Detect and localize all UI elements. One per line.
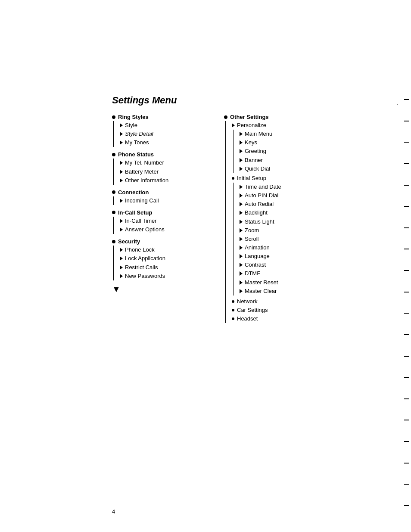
bullet-icon [232,309,234,311]
item-label: Car Settings [237,306,268,314]
right-marker [404,484,409,485]
bullet-icon [112,153,115,156]
list-item-initial-setup: Initial Setup [232,174,310,183]
page-number: 4 [112,508,115,515]
item-label: Battery Meter [125,168,159,176]
section-label: Security [118,238,140,245]
personalize-sub-items: Main Menu Keys Greeting Banner [233,130,310,173]
arrow-icon [120,132,123,136]
arrow-icon [240,140,243,145]
arrow-icon [240,185,243,189]
section-header-other-settings: Other Settings [224,114,310,120]
right-marker [404,420,409,420]
item-label: Network [237,297,258,306]
section-label: Connection [118,189,149,196]
bullet-icon [112,211,115,214]
item-label: Phone Lock [125,246,155,254]
arrow-icon [120,161,123,165]
list-item: Main Menu [240,130,310,138]
arrow-icon [240,246,243,250]
arrow-icon [120,140,123,145]
item-label: Other Information [125,176,168,185]
section-header-security: Security [112,238,198,245]
arrow-icon [120,248,123,252]
item-label: Scroll [245,235,259,243]
section-other-settings: Other Settings Personalize Main Menu [224,114,310,323]
arrow-icon [240,149,243,153]
bullet-icon [224,115,227,119]
columns-layout: Ring Styles Style Style Detail My Tones [112,114,411,327]
item-label: Contrast [245,261,266,269]
item-label: Keys [245,138,257,147]
item-label: Master Clear [245,287,277,296]
list-item-headset: Headset [232,314,310,323]
list-item-network: Network [232,297,310,306]
item-label: Lock Application [125,254,165,263]
item-label: Master Reset [245,278,278,287]
connection-items: Incoming Call [113,196,198,205]
list-item: Language [240,252,310,261]
list-item: New Passwords [120,272,198,280]
ring-styles-items: Style Style Detail My Tones [113,121,198,147]
list-item: Quick Dial [240,165,310,173]
bullet-icon [112,240,115,243]
list-item: Status Light [240,218,310,226]
arrow-icon [120,274,123,278]
item-label: Greeting [245,147,266,156]
item-label: Auto PIN Dial [245,191,278,200]
list-item: Lock Application [120,254,198,263]
item-label: Auto Redial [245,200,274,208]
item-label: Headset [237,314,258,323]
item-label: Animation [245,243,270,252]
item-label: Language [245,252,270,261]
list-item: My Tones [120,138,198,147]
arrow-icon [240,158,243,162]
bullet-icon [232,317,234,320]
list-item: Auto PIN Dial [240,191,310,200]
section-connection: Connection Incoming Call [112,189,198,205]
right-marker [404,356,409,357]
right-marker [404,441,409,442]
right-marker [404,377,409,378]
arrow-icon [240,237,243,241]
item-label: Time and Date [245,183,281,191]
section-label: Ring Styles [118,114,149,120]
item-label: Restrict Calls [125,263,158,272]
down-arrow-icon: ▼ [112,285,198,293]
arrow-icon [240,202,243,206]
arrow-icon [240,211,243,215]
item-label: Answer Options [125,225,165,234]
list-item: Banner [240,156,310,165]
initial-setup-sub-items: Time and Date Auto PIN Dial Auto Redial [233,183,310,296]
section-phone-status: Phone Status My Tel. Number Battery Mete… [112,151,198,184]
arrow-icon [120,178,123,183]
section-header-ring-styles: Ring Styles [112,114,198,120]
list-item: Phone Lock [120,246,198,254]
list-item: Scroll [240,235,310,243]
list-item: Zoom [240,226,310,235]
item-label: Incoming Call [125,196,159,205]
section-ring-styles: Ring Styles Style Style Detail My Tones [112,114,198,147]
right-marker [404,505,409,506]
list-item-personalize: Personalize [232,121,310,130]
arrow-icon [232,123,235,128]
arrow-icon [120,199,123,203]
arrow-icon [120,265,123,270]
arrow-icon [120,219,123,223]
list-item-car-settings: Car Settings [232,306,310,314]
list-item: Contrast [240,261,310,269]
item-label: Zoom [245,226,259,235]
arrow-icon [240,193,243,198]
item-label: My Tones [125,138,149,147]
section-label: In-Call Setup [118,209,152,216]
right-marker [404,398,409,399]
arrow-icon [240,228,243,233]
section-incall-setup: In-Call Setup In-Call Timer Answer Optio… [112,209,198,234]
item-label: My Tel. Number [125,159,164,167]
item-label: Personalize [237,121,266,130]
incall-setup-items: In-Call Timer Answer Options [113,217,198,234]
list-item: DTMF [240,269,310,278]
item-label: Main Menu [245,130,272,138]
bullet-icon [112,190,115,194]
list-item: Style Detail [120,130,198,138]
